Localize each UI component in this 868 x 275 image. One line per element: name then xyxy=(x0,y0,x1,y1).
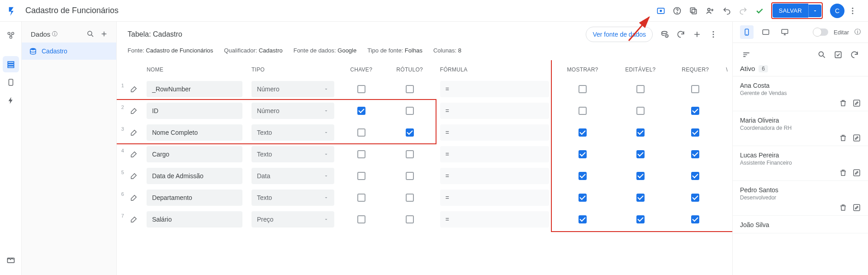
checkbox[interactable] xyxy=(579,172,587,180)
copy-icon[interactable] xyxy=(685,3,702,19)
checkbox[interactable] xyxy=(636,128,645,137)
preview-record[interactable]: João Silva xyxy=(733,216,868,233)
checkbox[interactable] xyxy=(579,128,587,137)
column-type-select[interactable]: Texto xyxy=(251,124,334,141)
nav-views-icon[interactable] xyxy=(3,74,19,90)
sort-icon[interactable] xyxy=(740,48,753,61)
delete-record-icon[interactable] xyxy=(839,169,847,177)
edit-row-icon[interactable] xyxy=(126,187,142,209)
preview-record[interactable]: Pedro SantosDesenvolvedor xyxy=(733,181,868,216)
save-dropdown-button[interactable] xyxy=(808,5,821,17)
user-avatar[interactable]: C xyxy=(830,4,844,18)
column-type-select[interactable]: Data xyxy=(251,168,334,184)
checkbox[interactable] xyxy=(636,215,645,223)
preview-record[interactable]: Lucas PereiraAssistente Financeiro xyxy=(733,146,868,181)
check-icon[interactable] xyxy=(751,3,768,19)
checkbox[interactable] xyxy=(406,172,414,180)
edit-row-icon[interactable] xyxy=(126,143,142,165)
checkbox[interactable] xyxy=(357,194,365,202)
share-icon[interactable] xyxy=(702,2,719,19)
sidebar-item-cadastro[interactable]: Cadastro xyxy=(22,43,116,60)
undo-icon[interactable] xyxy=(719,3,735,19)
edit-row-icon[interactable] xyxy=(126,165,142,187)
more-vert-icon[interactable] xyxy=(705,26,721,43)
column-type-select[interactable]: Número xyxy=(251,81,334,97)
checkbox[interactable] xyxy=(636,194,645,202)
app-logo-icon[interactable] xyxy=(7,5,18,16)
checkbox[interactable] xyxy=(357,150,365,158)
column-name-input[interactable]: _RowNumber xyxy=(147,81,242,97)
nav-automation-icon[interactable] xyxy=(3,92,19,109)
edit-record-icon[interactable] xyxy=(853,134,861,142)
preview-record[interactable]: Ana CostaGerente de Vendas xyxy=(733,76,868,111)
preview-tab-tablet-icon[interactable] xyxy=(759,25,773,39)
formula-input[interactable]: = xyxy=(440,124,549,141)
info-icon[interactable]: ⓘ xyxy=(52,30,57,38)
column-type-select[interactable]: Número xyxy=(251,103,334,119)
delete-record-icon[interactable] xyxy=(839,204,847,212)
preview-refresh-icon[interactable] xyxy=(848,48,861,61)
column-name-input[interactable]: Nome Completo xyxy=(147,124,242,141)
search-icon[interactable] xyxy=(84,27,97,41)
checkbox[interactable] xyxy=(357,215,365,223)
edit-record-icon[interactable] xyxy=(853,204,861,212)
checkbox[interactable] xyxy=(579,107,587,115)
formula-input[interactable]: = xyxy=(440,146,549,162)
redo-icon[interactable] xyxy=(735,3,751,19)
nav-data-icon[interactable] xyxy=(3,56,19,72)
checkbox[interactable] xyxy=(406,150,414,158)
column-name-input[interactable]: Cargo xyxy=(147,146,242,162)
save-button[interactable]: SALVAR xyxy=(773,4,808,18)
formula-input[interactable]: = xyxy=(440,190,549,206)
preview-select-icon[interactable] xyxy=(832,48,844,61)
edit-record-icon[interactable] xyxy=(853,99,861,107)
checkbox[interactable] xyxy=(636,107,645,115)
preview-tab-desktop-icon[interactable] xyxy=(778,25,792,39)
refresh-icon[interactable] xyxy=(673,26,689,43)
checkbox[interactable] xyxy=(691,150,699,158)
formula-input[interactable]: = xyxy=(440,211,549,228)
edit-row-icon[interactable] xyxy=(126,122,142,143)
add-table-icon[interactable] xyxy=(97,27,111,41)
column-type-select[interactable]: Texto xyxy=(251,146,334,162)
checkbox[interactable] xyxy=(691,215,699,223)
checkbox[interactable] xyxy=(691,85,699,93)
column-name-input[interactable]: Data de Admissão xyxy=(147,168,242,184)
preview-icon[interactable] xyxy=(653,3,669,19)
checkbox[interactable] xyxy=(406,107,414,115)
nav-home-icon[interactable] xyxy=(3,27,19,43)
preview-search-icon[interactable] xyxy=(816,48,828,61)
column-name-input[interactable]: Departamento xyxy=(147,190,242,206)
edit-row-icon[interactable] xyxy=(126,78,142,100)
checkbox[interactable] xyxy=(406,215,414,223)
checkbox[interactable] xyxy=(691,128,699,137)
checkbox[interactable] xyxy=(357,172,365,180)
checkbox[interactable] xyxy=(691,194,699,202)
view-source-button[interactable]: Ver fonte de dados xyxy=(586,27,653,42)
edit-row-icon[interactable] xyxy=(126,100,142,122)
delete-record-icon[interactable] xyxy=(839,99,847,107)
formula-input[interactable]: = xyxy=(440,103,549,119)
edit-toggle[interactable] xyxy=(814,28,828,36)
preview-tab-mobile-icon[interactable] xyxy=(740,25,754,39)
checkbox[interactable] xyxy=(357,85,365,93)
help-icon[interactable] xyxy=(669,3,685,19)
checkbox[interactable] xyxy=(691,107,699,115)
nav-settings-icon[interactable] xyxy=(3,251,19,268)
edit-record-icon[interactable] xyxy=(853,169,861,177)
checkbox[interactable] xyxy=(636,85,645,93)
add-column-icon[interactable] xyxy=(689,26,705,43)
checkbox[interactable] xyxy=(357,128,365,137)
column-type-select[interactable]: Preço xyxy=(251,211,334,228)
delete-record-icon[interactable] xyxy=(839,134,847,142)
checkbox[interactable] xyxy=(636,150,645,158)
checkbox[interactable] xyxy=(579,215,587,223)
edit-info-icon[interactable]: ⓘ xyxy=(854,28,861,36)
checkbox[interactable] xyxy=(406,128,414,137)
column-name-input[interactable]: Salário xyxy=(147,211,242,228)
column-type-select[interactable]: Texto xyxy=(251,190,334,206)
checkbox[interactable] xyxy=(579,150,587,158)
more-icon[interactable] xyxy=(844,3,861,19)
preview-record[interactable]: Maria OliveiraCoordenadora de RH xyxy=(733,111,868,146)
checkbox[interactable] xyxy=(636,172,645,180)
